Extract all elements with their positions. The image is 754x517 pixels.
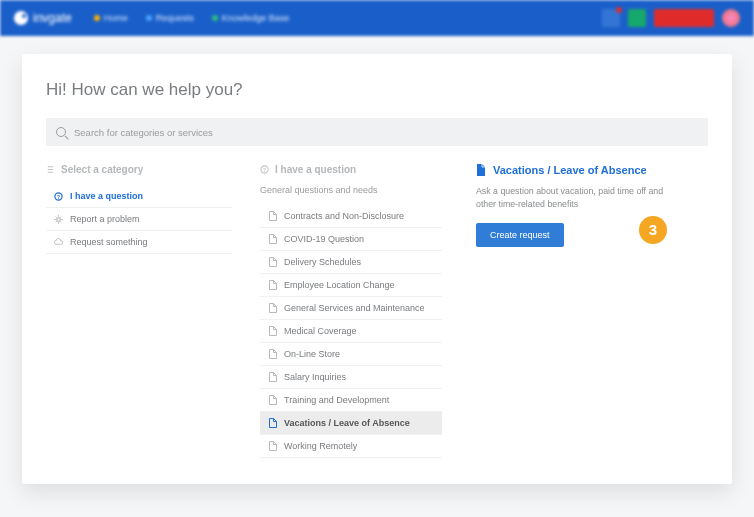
topbar: invgate Home Requests Knowledge Base <box>0 0 754 36</box>
list-icon <box>46 165 55 174</box>
doc-icon <box>268 373 277 382</box>
top-nav: Home Requests Knowledge Base <box>94 13 290 23</box>
subcategory-item-label: Contracts and Non-Disclosure <box>284 211 404 221</box>
subcategory-item-label: Employee Location Change <box>284 280 395 290</box>
subcategory-column: ? I have a question General questions an… <box>246 164 456 458</box>
subcategory-item[interactable]: Contracts and Non-Disclosure <box>260 205 442 228</box>
subcategory-item-label: Medical Coverage <box>284 326 357 336</box>
question-icon: ? <box>54 192 63 201</box>
svg-text:?: ? <box>57 193 60 199</box>
subcategory-item[interactable]: COVID-19 Question <box>260 228 442 251</box>
category-heading: Select a category <box>46 164 232 175</box>
subcategory-item-label: Vacations / Leave of Absence <box>284 418 410 428</box>
subcategory-item-label: Salary Inquiries <box>284 372 346 382</box>
brand-logo[interactable]: invgate <box>14 11 72 25</box>
subcategory-item[interactable]: Vacations / Leave of Absence <box>260 412 442 435</box>
category-column: Select a category ?I have a questionRepo… <box>46 164 246 458</box>
subcategory-item-label: COVID-19 Question <box>284 234 364 244</box>
subcategory-item-label: On-Line Store <box>284 349 340 359</box>
category-item[interactable]: Report a problem <box>46 208 232 231</box>
subcategory-item[interactable]: Training and Development <box>260 389 442 412</box>
subcategory-description: General questions and needs <box>260 185 442 195</box>
svg-text:?: ? <box>263 167 266 173</box>
doc-icon <box>268 304 277 313</box>
nav-dot-icon <box>94 15 100 21</box>
doc-icon <box>268 396 277 405</box>
category-item-label: I have a question <box>70 191 143 201</box>
subcategory-item[interactable]: General Services and Maintenance <box>260 297 442 320</box>
detail-description: Ask a question about vacation, paid time… <box>476 185 666 211</box>
subcategory-item-label: Working Remotely <box>284 441 357 451</box>
subcategory-item[interactable]: Salary Inquiries <box>260 366 442 389</box>
svg-point-2 <box>57 217 61 221</box>
page-title: Hi! How can we help you? <box>46 80 708 100</box>
question-icon: ? <box>260 165 269 174</box>
search-input[interactable] <box>74 127 698 138</box>
nav-requests[interactable]: Requests <box>146 13 194 23</box>
main-card: Hi! How can we help you? Select a catego… <box>22 54 732 484</box>
subcategory-list: Contracts and Non-DisclosureCOVID-19 Que… <box>260 205 442 458</box>
nav-home[interactable]: Home <box>94 13 128 23</box>
topbar-right <box>602 9 740 27</box>
category-item[interactable]: ?I have a question <box>46 185 232 208</box>
category-item[interactable]: Request something <box>46 231 232 254</box>
brand-name: invgate <box>33 11 72 25</box>
subcategory-item-label: Delivery Schedules <box>284 257 361 267</box>
notifications-icon[interactable] <box>602 9 620 27</box>
doc-icon <box>268 212 277 221</box>
cloud-icon <box>54 238 63 247</box>
subcategory-item[interactable]: Working Remotely <box>260 435 442 458</box>
subcategory-item-label: Training and Development <box>284 395 389 405</box>
status-icon[interactable] <box>628 9 646 27</box>
brand-mark-icon <box>14 11 28 25</box>
subcategory-item[interactable]: Delivery Schedules <box>260 251 442 274</box>
nav-knowledge-base[interactable]: Knowledge Base <box>212 13 290 23</box>
subcategory-item[interactable]: On-Line Store <box>260 343 442 366</box>
step-badge: 3 <box>639 216 667 244</box>
doc-icon <box>268 258 277 267</box>
doc-icon <box>476 164 486 176</box>
category-item-label: Report a problem <box>70 214 140 224</box>
create-request-button[interactable]: Create request <box>476 223 564 247</box>
detail-column: Vacations / Leave of Absence Ask a quest… <box>456 164 708 458</box>
subcategory-heading: ? I have a question <box>260 164 442 175</box>
search-icon <box>56 127 66 137</box>
doc-icon <box>268 235 277 244</box>
doc-icon <box>268 327 277 336</box>
doc-icon <box>268 419 277 428</box>
subcategory-item[interactable]: Medical Coverage <box>260 320 442 343</box>
category-item-label: Request something <box>70 237 148 247</box>
nav-dot-icon <box>212 15 218 21</box>
nav-dot-icon <box>146 15 152 21</box>
doc-icon <box>268 350 277 359</box>
detail-title: Vacations / Leave of Absence <box>476 164 694 176</box>
user-avatar[interactable] <box>722 9 740 27</box>
gear-icon <box>54 215 63 224</box>
subcategory-item-label: General Services and Maintenance <box>284 303 425 313</box>
category-list: ?I have a questionReport a problemReques… <box>46 185 232 254</box>
doc-icon <box>268 281 277 290</box>
subcategory-item[interactable]: Employee Location Change <box>260 274 442 297</box>
action-button[interactable] <box>654 9 714 27</box>
search-bar[interactable] <box>46 118 708 146</box>
doc-icon <box>268 442 277 451</box>
